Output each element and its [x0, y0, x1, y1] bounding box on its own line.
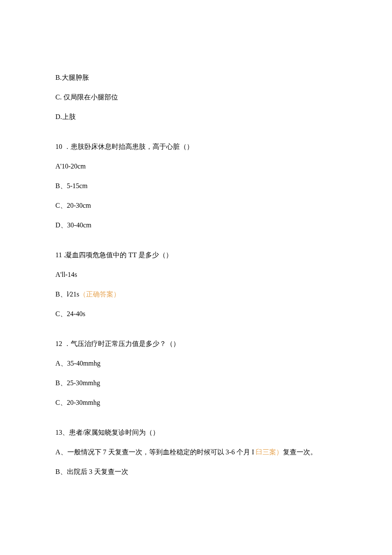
option-a-prefix: A、一般情况下 7 天复查一次，等到血栓稳定的时候可以 3-6 个月 I	[55, 448, 256, 456]
question-stem: 12 ．气压治疗时正常压力值是多少？（）	[55, 339, 337, 349]
question-stem: 13、患者/家属知晓复诊时间为（）	[55, 427, 337, 438]
option-d: D.上肢	[55, 112, 337, 122]
option-a-suffix: 复查一次。	[283, 448, 317, 456]
option-c: C. 仅局限在小腿部位	[55, 92, 337, 102]
option-a: A'10-20cm	[55, 161, 337, 171]
question-9-options-partial: B.大腿肿胀 C. 仅局限在小腿部位 D.上肢	[55, 73, 337, 122]
option-b: B、5-15cm	[55, 181, 337, 191]
option-d: D、30-40cm	[55, 220, 337, 230]
option-b: B、l∕21s（正确答案）	[55, 289, 337, 299]
option-a: A、35-40mmhg	[55, 358, 337, 369]
option-b-text: B、l∕21s	[55, 291, 79, 298]
option-a: A'll-14s	[55, 270, 337, 280]
question-10: 10 ．患肢卧床休息时抬高患肢，高于心脏（） A'10-20cm B、5-15c…	[55, 142, 337, 230]
option-c: C、24-40s	[55, 309, 337, 319]
correct-answer-label: （正确答案）	[79, 291, 120, 298]
option-c: C、20-30mmhg	[55, 398, 337, 408]
option-b: B、25-30mmhg	[55, 378, 337, 388]
question-stem: 10 ．患肢卧床休息时抬高患肢，高于心脏（）	[55, 142, 337, 152]
option-c: C、20-30cm	[55, 200, 337, 211]
option-b: B、出院后 3 天复查一次	[55, 467, 337, 477]
question-12: 12 ．气压治疗时正常压力值是多少？（） A、35-40mmhg B、25-30…	[55, 339, 337, 408]
highlight-text: 臼三案）	[256, 448, 283, 456]
question-stem: 11 .凝血四项危急值中的 TT 是多少（）	[55, 250, 337, 260]
option-b: B.大腿肿胀	[55, 73, 337, 83]
question-13: 13、患者/家属知晓复诊时间为（） A、一般情况下 7 天复查一次，等到血栓稳定…	[55, 427, 337, 477]
option-a: A、一般情况下 7 天复查一次，等到血栓稳定的时候可以 3-6 个月 I 臼三案…	[55, 447, 337, 457]
question-11: 11 .凝血四项危急值中的 TT 是多少（） A'll-14s B、l∕21s（…	[55, 250, 337, 319]
document-page: B.大腿肿胀 C. 仅局限在小腿部位 D.上肢 10 ．患肢卧床休息时抬高患肢，…	[0, 0, 392, 555]
